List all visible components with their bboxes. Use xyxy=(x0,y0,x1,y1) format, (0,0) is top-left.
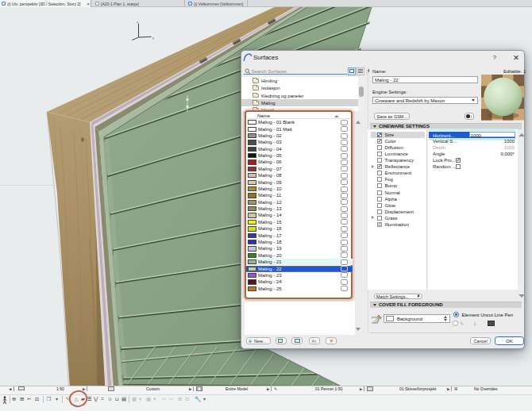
svg-text:z: z xyxy=(137,20,138,24)
svg-text:y: y xyxy=(152,36,154,40)
